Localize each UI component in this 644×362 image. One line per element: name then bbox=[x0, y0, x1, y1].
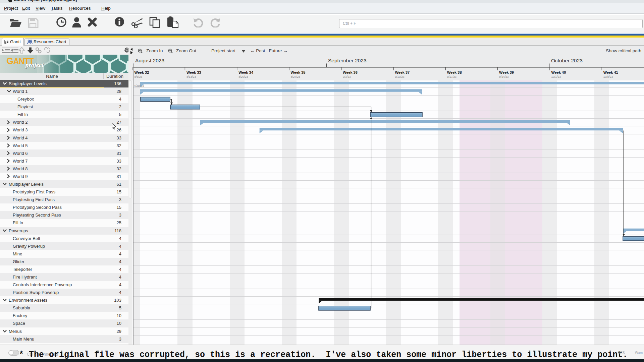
svg-text:project: project bbox=[25, 61, 44, 68]
svg-text:7/30/23: 7/30/23 bbox=[133, 84, 144, 87]
